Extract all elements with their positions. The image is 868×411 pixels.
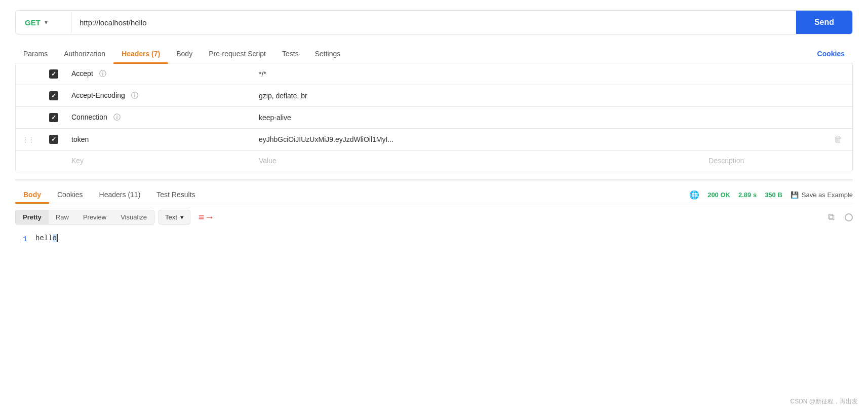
header-value-accept-encoding: gzip, deflate, br: [254, 85, 699, 107]
wrap-icon[interactable]: ≡→: [194, 209, 219, 225]
delete-icon-token[interactable]: 🗑: [830, 133, 846, 145]
checkbox-token[interactable]: ✓: [41, 129, 66, 151]
header-value-connection: keep-alive: [254, 107, 699, 129]
cursor: o: [53, 234, 58, 242]
tab-body[interactable]: Body: [168, 45, 201, 63]
header-delete-token[interactable]: 🗑: [699, 129, 852, 151]
partial-circle-icon: [845, 213, 853, 221]
info-icon-connection[interactable]: ⓘ: [113, 113, 121, 121]
new-header-key-input[interactable]: Key: [66, 151, 254, 171]
checkbox-token-box[interactable]: ✓: [49, 135, 58, 144]
header-key-connection: Connection ⓘ: [66, 107, 254, 129]
text-dropdown[interactable]: Text ▾: [159, 210, 190, 225]
response-tab-cookies[interactable]: Cookies: [49, 186, 91, 203]
format-tab-preview[interactable]: Preview: [76, 210, 113, 224]
text-dropdown-chevron: ▾: [180, 213, 184, 221]
headers-section: ✓ Accept ⓘ */* ✓: [15, 63, 853, 171]
format-tabs-row: Pretty Raw Preview Visualize Text ▾ ≡→ ⧉: [15, 203, 853, 229]
text-dropdown-label: Text: [165, 213, 177, 221]
tab-cookies[interactable]: Cookies: [809, 45, 853, 63]
tab-params[interactable]: Params: [15, 45, 56, 63]
tab-tests[interactable]: Tests: [274, 45, 307, 63]
checkbox-accept-box[interactable]: ✓: [49, 69, 58, 79]
table-row: ✓ Connection ⓘ keep-alive: [16, 107, 852, 129]
header-value-token: eyJhbGciOiJIUzUxMiJ9.eyJzdWliOil1MyI...: [254, 129, 699, 151]
info-icon-accept[interactable]: ⓘ: [99, 69, 106, 78]
status-badge: 200 OK: [707, 191, 730, 199]
main-container: GET ▾ Send Params Authorization Headers …: [0, 0, 868, 411]
globe-icon: 🌐: [689, 190, 699, 200]
tab-authorization[interactable]: Authorization: [56, 45, 113, 63]
table-row: ✓ Accept-Encoding ⓘ gzip, deflate, br: [16, 85, 852, 107]
response-body-text[interactable]: hello: [35, 234, 58, 244]
response-body-container: 1 hello: [15, 229, 853, 249]
method-label: GET: [25, 18, 41, 27]
checkbox-connection-box[interactable]: ✓: [49, 113, 58, 122]
headers-badge: (7): [151, 50, 160, 58]
response-tabs-row: Body Cookies Headers (11) Test Results 🌐…: [15, 186, 853, 203]
headers-table: ✓ Accept ⓘ */* ✓: [16, 63, 852, 171]
tab-headers[interactable]: Headers (7): [113, 45, 168, 63]
format-tab-visualize[interactable]: Visualize: [113, 210, 154, 224]
format-tab-raw[interactable]: Raw: [49, 210, 76, 224]
tab-settings[interactable]: Settings: [307, 45, 349, 63]
response-section: Body Cookies Headers (11) Test Results 🌐…: [15, 179, 853, 249]
checkbox-cell: [16, 63, 41, 85]
line-numbers: 1: [15, 234, 35, 244]
response-size: 350 B: [765, 191, 782, 199]
info-icon-accept-encoding[interactable]: ⓘ: [131, 91, 138, 99]
watermark: CSDN @新征程，再出发: [790, 397, 858, 406]
header-key-token: token: [66, 129, 254, 151]
response-time: 2.89 s: [738, 191, 757, 199]
checkbox-connection[interactable]: ✓: [41, 107, 66, 129]
checkbox-accept[interactable]: ✓: [41, 63, 66, 85]
tab-pre-request-script[interactable]: Pre-request Script: [201, 45, 274, 63]
table-row: ⋮⋮ ✓ token eyJhbGciOiJIUzUxMiJ9.eyJzdWli…: [16, 129, 852, 151]
response-tab-body[interactable]: Body: [15, 186, 49, 203]
header-delete-accept: [699, 63, 852, 85]
response-tab-headers[interactable]: Headers (11): [91, 186, 149, 203]
response-meta: 🌐 200 OK 2.89 s 350 B 💾 Save as Example: [689, 190, 853, 200]
save-example-label: Save as Example: [802, 191, 853, 199]
header-value-accept: */*: [254, 63, 699, 85]
url-bar: GET ▾ Send: [15, 10, 853, 34]
format-tab-pretty[interactable]: Pretty: [16, 210, 49, 224]
method-selector[interactable]: GET ▾: [16, 12, 71, 33]
new-header-row: Key Value Description: [16, 151, 852, 171]
request-tabs: Params Authorization Headers (7) Body Pr…: [15, 45, 853, 63]
table-row: ✓ Accept ⓘ */*: [16, 63, 852, 85]
save-icon: 💾: [791, 191, 799, 199]
header-key-accept: Accept ⓘ: [66, 63, 254, 85]
chevron-down-icon: ▾: [45, 19, 48, 26]
drag-handle-token[interactable]: ⋮⋮: [22, 136, 34, 143]
response-tab-test-results[interactable]: Test Results: [148, 186, 203, 203]
copy-icon[interactable]: ⧉: [824, 210, 839, 225]
header-key-accept-encoding: Accept-Encoding ⓘ: [66, 85, 254, 107]
url-input[interactable]: [71, 12, 796, 33]
send-button[interactable]: Send: [796, 11, 852, 34]
checkbox-accept-encoding-box[interactable]: ✓: [49, 91, 58, 100]
format-tab-group: Pretty Raw Preview Visualize: [15, 210, 154, 225]
checkbox-accept-encoding[interactable]: ✓: [41, 85, 66, 107]
save-as-example-button[interactable]: 💾 Save as Example: [791, 191, 853, 199]
